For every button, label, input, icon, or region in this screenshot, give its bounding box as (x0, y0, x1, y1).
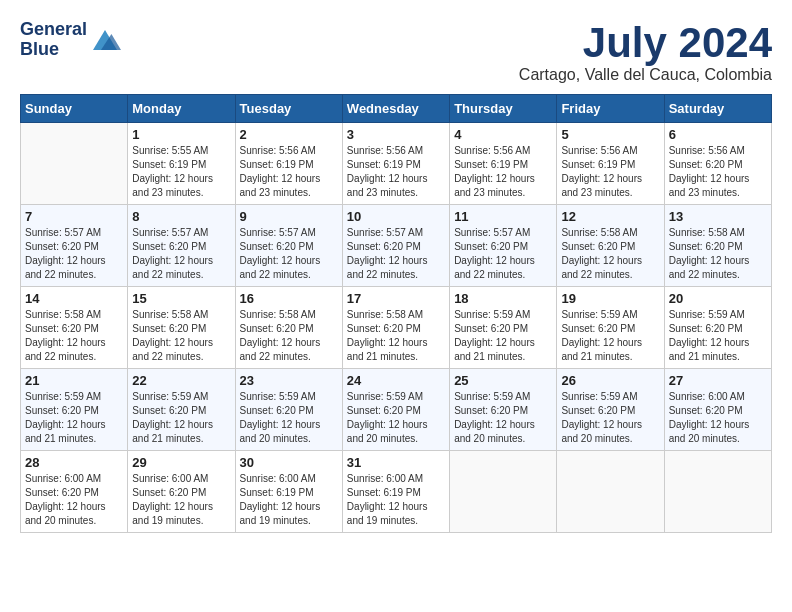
cell-content: Sunrise: 5:58 AM Sunset: 6:20 PM Dayligh… (25, 308, 123, 364)
calendar-cell: 27Sunrise: 6:00 AM Sunset: 6:20 PM Dayli… (664, 369, 771, 451)
day-number: 23 (240, 373, 338, 388)
logo: General Blue (20, 20, 121, 60)
day-number: 22 (132, 373, 230, 388)
day-number: 21 (25, 373, 123, 388)
cell-content: Sunrise: 6:00 AM Sunset: 6:19 PM Dayligh… (347, 472, 445, 528)
title-area: July 2024 Cartago, Valle del Cauca, Colo… (519, 20, 772, 84)
day-number: 27 (669, 373, 767, 388)
calendar-cell: 13Sunrise: 5:58 AM Sunset: 6:20 PM Dayli… (664, 205, 771, 287)
calendar-table: SundayMondayTuesdayWednesdayThursdayFrid… (20, 94, 772, 533)
calendar-cell: 16Sunrise: 5:58 AM Sunset: 6:20 PM Dayli… (235, 287, 342, 369)
col-header-sunday: Sunday (21, 95, 128, 123)
calendar-cell: 1Sunrise: 5:55 AM Sunset: 6:19 PM Daylig… (128, 123, 235, 205)
calendar-cell: 21Sunrise: 5:59 AM Sunset: 6:20 PM Dayli… (21, 369, 128, 451)
cell-content: Sunrise: 5:58 AM Sunset: 6:20 PM Dayligh… (347, 308, 445, 364)
logo-icon (89, 26, 121, 54)
cell-content: Sunrise: 5:59 AM Sunset: 6:20 PM Dayligh… (669, 308, 767, 364)
week-row-1: 1Sunrise: 5:55 AM Sunset: 6:19 PM Daylig… (21, 123, 772, 205)
day-number: 19 (561, 291, 659, 306)
cell-content: Sunrise: 5:59 AM Sunset: 6:20 PM Dayligh… (454, 390, 552, 446)
day-number: 20 (669, 291, 767, 306)
calendar-cell: 14Sunrise: 5:58 AM Sunset: 6:20 PM Dayli… (21, 287, 128, 369)
day-number: 15 (132, 291, 230, 306)
cell-content: Sunrise: 5:59 AM Sunset: 6:20 PM Dayligh… (132, 390, 230, 446)
calendar-cell: 5Sunrise: 5:56 AM Sunset: 6:19 PM Daylig… (557, 123, 664, 205)
calendar-cell: 2Sunrise: 5:56 AM Sunset: 6:19 PM Daylig… (235, 123, 342, 205)
day-number: 2 (240, 127, 338, 142)
col-header-saturday: Saturday (664, 95, 771, 123)
month-title: July 2024 (519, 20, 772, 66)
calendar-cell: 22Sunrise: 5:59 AM Sunset: 6:20 PM Dayli… (128, 369, 235, 451)
calendar-cell: 15Sunrise: 5:58 AM Sunset: 6:20 PM Dayli… (128, 287, 235, 369)
day-number: 24 (347, 373, 445, 388)
calendar-cell: 8Sunrise: 5:57 AM Sunset: 6:20 PM Daylig… (128, 205, 235, 287)
day-number: 18 (454, 291, 552, 306)
calendar-cell (450, 451, 557, 533)
day-number: 25 (454, 373, 552, 388)
cell-content: Sunrise: 5:59 AM Sunset: 6:20 PM Dayligh… (561, 390, 659, 446)
day-number: 4 (454, 127, 552, 142)
calendar-cell (664, 451, 771, 533)
day-number: 10 (347, 209, 445, 224)
day-number: 30 (240, 455, 338, 470)
cell-content: Sunrise: 5:59 AM Sunset: 6:20 PM Dayligh… (25, 390, 123, 446)
calendar-cell: 12Sunrise: 5:58 AM Sunset: 6:20 PM Dayli… (557, 205, 664, 287)
day-number: 26 (561, 373, 659, 388)
week-row-5: 28Sunrise: 6:00 AM Sunset: 6:20 PM Dayli… (21, 451, 772, 533)
calendar-cell (557, 451, 664, 533)
cell-content: Sunrise: 5:57 AM Sunset: 6:20 PM Dayligh… (240, 226, 338, 282)
col-header-thursday: Thursday (450, 95, 557, 123)
cell-content: Sunrise: 5:57 AM Sunset: 6:20 PM Dayligh… (347, 226, 445, 282)
day-number: 12 (561, 209, 659, 224)
calendar-cell: 3Sunrise: 5:56 AM Sunset: 6:19 PM Daylig… (342, 123, 449, 205)
cell-content: Sunrise: 5:59 AM Sunset: 6:20 PM Dayligh… (347, 390, 445, 446)
day-number: 28 (25, 455, 123, 470)
calendar-cell: 26Sunrise: 5:59 AM Sunset: 6:20 PM Dayli… (557, 369, 664, 451)
calendar-cell: 24Sunrise: 5:59 AM Sunset: 6:20 PM Dayli… (342, 369, 449, 451)
calendar-cell: 30Sunrise: 6:00 AM Sunset: 6:19 PM Dayli… (235, 451, 342, 533)
calendar-header-row: SundayMondayTuesdayWednesdayThursdayFrid… (21, 95, 772, 123)
cell-content: Sunrise: 5:59 AM Sunset: 6:20 PM Dayligh… (454, 308, 552, 364)
calendar-cell: 7Sunrise: 5:57 AM Sunset: 6:20 PM Daylig… (21, 205, 128, 287)
calendar-cell: 19Sunrise: 5:59 AM Sunset: 6:20 PM Dayli… (557, 287, 664, 369)
calendar-cell: 11Sunrise: 5:57 AM Sunset: 6:20 PM Dayli… (450, 205, 557, 287)
day-number: 11 (454, 209, 552, 224)
cell-content: Sunrise: 5:57 AM Sunset: 6:20 PM Dayligh… (25, 226, 123, 282)
header: General Blue July 2024 Cartago, Valle de… (20, 20, 772, 84)
week-row-2: 7Sunrise: 5:57 AM Sunset: 6:20 PM Daylig… (21, 205, 772, 287)
col-header-monday: Monday (128, 95, 235, 123)
calendar-cell: 18Sunrise: 5:59 AM Sunset: 6:20 PM Dayli… (450, 287, 557, 369)
cell-content: Sunrise: 5:55 AM Sunset: 6:19 PM Dayligh… (132, 144, 230, 200)
calendar-cell: 20Sunrise: 5:59 AM Sunset: 6:20 PM Dayli… (664, 287, 771, 369)
week-row-4: 21Sunrise: 5:59 AM Sunset: 6:20 PM Dayli… (21, 369, 772, 451)
cell-content: Sunrise: 5:58 AM Sunset: 6:20 PM Dayligh… (132, 308, 230, 364)
cell-content: Sunrise: 6:00 AM Sunset: 6:20 PM Dayligh… (25, 472, 123, 528)
day-number: 14 (25, 291, 123, 306)
day-number: 8 (132, 209, 230, 224)
day-number: 29 (132, 455, 230, 470)
day-number: 7 (25, 209, 123, 224)
cell-content: Sunrise: 5:57 AM Sunset: 6:20 PM Dayligh… (132, 226, 230, 282)
logo-text: General Blue (20, 20, 87, 60)
cell-content: Sunrise: 5:56 AM Sunset: 6:19 PM Dayligh… (347, 144, 445, 200)
day-number: 1 (132, 127, 230, 142)
col-header-wednesday: Wednesday (342, 95, 449, 123)
week-row-3: 14Sunrise: 5:58 AM Sunset: 6:20 PM Dayli… (21, 287, 772, 369)
calendar-cell: 9Sunrise: 5:57 AM Sunset: 6:20 PM Daylig… (235, 205, 342, 287)
col-header-tuesday: Tuesday (235, 95, 342, 123)
day-number: 5 (561, 127, 659, 142)
cell-content: Sunrise: 6:00 AM Sunset: 6:20 PM Dayligh… (132, 472, 230, 528)
day-number: 6 (669, 127, 767, 142)
cell-content: Sunrise: 5:56 AM Sunset: 6:20 PM Dayligh… (669, 144, 767, 200)
cell-content: Sunrise: 6:00 AM Sunset: 6:19 PM Dayligh… (240, 472, 338, 528)
day-number: 31 (347, 455, 445, 470)
cell-content: Sunrise: 6:00 AM Sunset: 6:20 PM Dayligh… (669, 390, 767, 446)
subtitle: Cartago, Valle del Cauca, Colombia (519, 66, 772, 84)
calendar-cell: 6Sunrise: 5:56 AM Sunset: 6:20 PM Daylig… (664, 123, 771, 205)
col-header-friday: Friday (557, 95, 664, 123)
calendar-cell: 23Sunrise: 5:59 AM Sunset: 6:20 PM Dayli… (235, 369, 342, 451)
day-number: 13 (669, 209, 767, 224)
cell-content: Sunrise: 5:58 AM Sunset: 6:20 PM Dayligh… (669, 226, 767, 282)
cell-content: Sunrise: 5:59 AM Sunset: 6:20 PM Dayligh… (561, 308, 659, 364)
cell-content: Sunrise: 5:56 AM Sunset: 6:19 PM Dayligh… (240, 144, 338, 200)
